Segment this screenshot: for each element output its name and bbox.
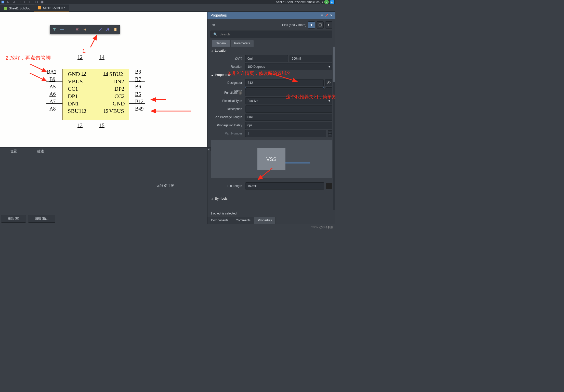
input-pin-package-length[interactable] bbox=[245, 114, 332, 121]
select-mode-icon[interactable] bbox=[317, 21, 324, 29]
red-arrow-r1 bbox=[149, 96, 167, 103]
spinner[interactable]: ▴▾ bbox=[328, 130, 332, 137]
inner-num-br: 15 bbox=[103, 109, 108, 114]
inner-right-4: GND bbox=[113, 100, 125, 107]
edit-button[interactable]: 编辑 (E)... bbox=[28, 215, 55, 223]
section-symbols[interactable]: ▲Symbols bbox=[207, 195, 335, 202]
pin-left-5[interactable]: A8 bbox=[49, 106, 56, 112]
dropdown-icon[interactable]: ▼ bbox=[321, 14, 323, 17]
tab-sheet1[interactable]: Sheet1.SchDoc bbox=[0, 5, 34, 11]
copy-icon[interactable] bbox=[23, 0, 27, 4]
input-x[interactable] bbox=[245, 55, 288, 62]
paste-icon[interactable] bbox=[29, 0, 33, 4]
pin-right-0[interactable]: B8 bbox=[135, 69, 141, 75]
zoom-out-icon[interactable] bbox=[12, 0, 16, 4]
pin-top-1[interactable]: 14 bbox=[99, 54, 104, 60]
svg-line-18 bbox=[268, 73, 297, 82]
help-icon[interactable]: ? bbox=[239, 91, 242, 95]
pin-left-1[interactable]: B9 bbox=[49, 76, 55, 82]
eye-icon[interactable] bbox=[325, 79, 332, 86]
label-pinlen: Pin Package Length bbox=[207, 115, 244, 119]
pin-left-3[interactable]: A6 bbox=[49, 91, 56, 97]
svg-rect-17 bbox=[319, 24, 321, 26]
anno-1: 1. bbox=[82, 48, 87, 54]
polygon-icon[interactable] bbox=[89, 26, 96, 33]
line-icon[interactable] bbox=[97, 26, 103, 33]
red-arrow-2b bbox=[29, 72, 49, 84]
input-pin-length[interactable] bbox=[245, 182, 324, 190]
red-arrow-4 bbox=[257, 168, 277, 181]
cut-icon[interactable] bbox=[18, 0, 21, 4]
pin-right-4[interactable]: B12 bbox=[135, 99, 143, 104]
watermark: CSDN @菲子帆帆 bbox=[311, 225, 333, 229]
text-icon[interactable]: A bbox=[104, 26, 111, 33]
col-desc[interactable]: 描述 bbox=[27, 147, 54, 155]
pin-right-1[interactable]: B7 bbox=[135, 76, 141, 82]
filter-icon[interactable] bbox=[51, 26, 58, 33]
svg-rect-7 bbox=[4, 7, 7, 10]
cursor-mode-icon[interactable] bbox=[325, 21, 332, 29]
inner-num-tl: 12 bbox=[82, 71, 86, 76]
move-icon[interactable] bbox=[59, 26, 65, 33]
pin-icon[interactable] bbox=[82, 26, 88, 33]
grid-icon[interactable] bbox=[40, 0, 44, 4]
ic-icon[interactable] bbox=[112, 26, 119, 33]
svg-point-19 bbox=[328, 82, 329, 83]
col-position[interactable]: 位置 bbox=[0, 147, 27, 155]
label-partnum: Part Number bbox=[207, 132, 244, 135]
chevron-down-icon: ▾ bbox=[329, 65, 330, 69]
section-location[interactable]: ▲Location bbox=[207, 47, 335, 55]
pin-left-2[interactable]: A5 bbox=[49, 84, 56, 90]
pin-panel-icon[interactable]: 📌 bbox=[325, 14, 329, 17]
input-description[interactable] bbox=[245, 105, 332, 113]
select-icon[interactable] bbox=[35, 0, 38, 4]
svg-rect-4 bbox=[24, 1, 26, 3]
properties-header: Properties ▼ 📌 ✕ bbox=[207, 12, 335, 19]
pin-right-5[interactable]: B49 bbox=[135, 106, 143, 112]
search-icon: 🔍 bbox=[213, 32, 217, 36]
tab-general[interactable]: General bbox=[212, 40, 230, 47]
bottom-tab-components[interactable]: Components bbox=[207, 217, 232, 224]
input-prop-delay[interactable] bbox=[245, 122, 332, 129]
red-arrow-3 bbox=[267, 71, 300, 84]
select-rotation[interactable]: 180 Degrees▾ bbox=[245, 63, 332, 70]
pin-right-2[interactable]: B6 bbox=[135, 84, 141, 90]
anno-2: 2.放好，再点击管脚 bbox=[6, 55, 51, 61]
zoom-in-icon[interactable] bbox=[7, 0, 10, 4]
nav-fwd-icon[interactable]: ▸ bbox=[330, 0, 334, 4]
pin-preview: VSS bbox=[211, 140, 332, 178]
inner-right-1: DN2 bbox=[113, 78, 124, 85]
pin-bottom-1[interactable]: 15 bbox=[99, 123, 104, 128]
red-arrow-1 bbox=[88, 33, 101, 49]
tab-schlib[interactable]: Schlib1.SchLib * bbox=[34, 5, 69, 11]
pin-top-0[interactable]: 12 bbox=[77, 54, 83, 60]
pin-bottom-0[interactable]: 13 bbox=[77, 123, 83, 128]
bottom-tab-comments[interactable]: Comments bbox=[232, 217, 254, 224]
pin-right-3[interactable]: B5 bbox=[135, 91, 141, 97]
input-y[interactable] bbox=[290, 55, 332, 62]
floating-toolbar: A bbox=[50, 25, 120, 34]
select-rect-icon[interactable] bbox=[66, 26, 73, 33]
search-input[interactable] bbox=[219, 32, 330, 36]
align-icon[interactable] bbox=[74, 26, 81, 33]
svg-rect-6 bbox=[35, 1, 38, 3]
svg-line-12 bbox=[90, 35, 97, 47]
nav-back-icon[interactable]: ◂ bbox=[324, 0, 329, 4]
section-properties[interactable]: ▲Properties 3.进入详情页，修改新的管脚名 bbox=[207, 71, 335, 79]
bottom-tab-properties[interactable]: Properties bbox=[254, 217, 276, 224]
input-part-number[interactable] bbox=[245, 130, 326, 137]
inner-left-1: VBUS bbox=[68, 78, 83, 85]
svg-line-2 bbox=[9, 3, 10, 4]
funnel-icon[interactable] bbox=[308, 21, 315, 29]
schematic-canvas[interactable]: ✦ A BA2 B9 A5 A6 A7 A8 GND bbox=[0, 12, 207, 147]
close-panel-icon[interactable]: ✕ bbox=[330, 14, 332, 17]
save-icon[interactable] bbox=[1, 0, 5, 4]
pin-left-4[interactable]: A7 bbox=[49, 99, 56, 104]
inner-left-4: DN1 bbox=[68, 100, 79, 107]
pin-color-swatch[interactable] bbox=[326, 183, 332, 189]
tab-parameters[interactable]: Parameters bbox=[231, 40, 254, 47]
inner-left-2: CC1 bbox=[68, 86, 78, 92]
delete-button[interactable]: 删除 (R) bbox=[1, 215, 26, 223]
search-box[interactable]: 🔍 bbox=[211, 31, 332, 38]
dropdown-caret-icon[interactable]: ▾ bbox=[322, 0, 323, 4]
